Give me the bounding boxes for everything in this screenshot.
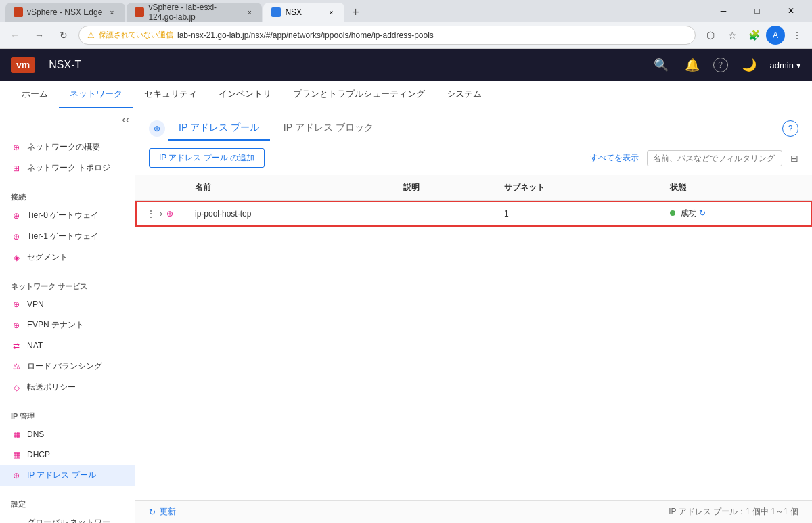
sidebar-item-nat[interactable]: ⇄ NAT — [0, 336, 135, 356]
sidebar-label-network-topology: ネットワーク トポロジ — [27, 162, 110, 174]
col-subnets[interactable]: サブネット — [493, 175, 659, 201]
nav-security[interactable]: セキュリティ — [133, 81, 208, 108]
show-all-link[interactable]: すべてを表示 — [590, 152, 639, 164]
sidebar-label-tier1: Tier-1 ゲートウェイ — [27, 231, 99, 242]
status-refresh-icon[interactable]: ↻ — [699, 208, 706, 218]
sidebar-item-load-balancing[interactable]: ⚖ ロード バランシング — [0, 356, 135, 377]
ip-pools-table: 名前 説明 サブネット 状態 ⋮ › — [135, 175, 812, 227]
tier0-icon: ⊕ — [11, 210, 22, 221]
tab-ip-address-blocks[interactable]: IP アドレス ブロック — [273, 116, 384, 141]
forward-icon: ◇ — [11, 382, 22, 393]
row-expand-icon[interactable]: › — [160, 209, 162, 219]
refresh-button[interactable]: ↻ 更新 — [149, 506, 176, 518]
back-button[interactable]: ← — [5, 26, 24, 45]
help-circle-icon[interactable]: ? — [713, 58, 728, 72]
sidebar-item-network-overview[interactable]: ⊕ ネットワークの概要 — [0, 137, 135, 158]
cell-status: 成功 ↻ — [659, 201, 812, 227]
filter-input[interactable] — [647, 150, 782, 166]
section-label-network-services: ネットワーク サービス — [0, 279, 135, 294]
main-panel: ⊕ IP アドレス プール IP アドレス ブロック ? IP アドレス プール… — [135, 108, 812, 523]
tab-close-1[interactable]: × — [106, 7, 117, 18]
sidebar-item-dns[interactable]: ▦ DNS — [0, 424, 135, 445]
app-title: NSX-T — [49, 59, 81, 71]
sidebar-item-tier0[interactable]: ⊕ Tier-0 ゲートウェイ — [0, 205, 135, 226]
sidebar-item-tier1[interactable]: ⊕ Tier-1 ゲートウェイ — [0, 226, 135, 247]
new-tab-button[interactable]: + — [346, 3, 365, 22]
bookmark-icon[interactable]: ☆ — [723, 26, 742, 45]
tab-label-ip-address-pools: IP アドレス プール — [179, 122, 259, 134]
cell-subnets: 1 — [493, 201, 659, 227]
collapse-sidebar-icon[interactable]: ‹‹ — [122, 114, 129, 126]
dhcp-icon: ▦ — [11, 449, 22, 460]
tab-ip-address-pools[interactable]: IP アドレス プール — [168, 116, 270, 141]
nav-system[interactable]: システム — [436, 81, 493, 108]
forward-button[interactable]: → — [30, 26, 49, 45]
sidebar-label-dhcp: DHCP — [27, 450, 50, 459]
row-action-cell: ⋮ › ⊕ — [135, 201, 184, 227]
nav-network[interactable]: ネットワーク — [59, 81, 133, 108]
sidebar-section-network-services: ネットワーク サービス ⊕ VPN ⊕ EVPN テナント ⇄ NAT ⚖ ロー… — [0, 273, 135, 403]
sidebar-item-forwarding-policy[interactable]: ◇ 転送ポリシー — [0, 377, 135, 398]
bell-icon[interactable]: 🔔 — [682, 55, 702, 75]
browser-tabs: vSphere - NSX Edge × vSphere - lab-esxi-… — [5, 0, 365, 22]
tier1-icon: ⊕ — [11, 231, 22, 242]
tab-vsphere-edge[interactable]: vSphere - NSX Edge × — [5, 3, 125, 22]
tab-favicon-2 — [135, 7, 144, 17]
col-name[interactable]: 名前 — [184, 175, 392, 201]
tab-close-3[interactable]: × — [325, 7, 336, 18]
toolbar: IP アドレス プール の追加 すべてを表示 ⊟ — [135, 141, 812, 175]
reload-button[interactable]: ↻ — [54, 26, 73, 45]
sidebar-item-segment[interactable]: ◈ セグメント — [0, 247, 135, 268]
refresh-label: 更新 — [160, 506, 176, 518]
footer-count: IP アドレス プール：1 個中 1～1 個 — [669, 506, 798, 518]
help-icon[interactable]: ? — [782, 120, 798, 137]
search-icon[interactable]: 🔍 — [651, 55, 671, 75]
sidebar-label-dns: DNS — [27, 430, 44, 439]
sidebar-item-vpn[interactable]: ⊕ VPN — [0, 294, 135, 315]
menu-icon[interactable]: ⋮ — [788, 26, 807, 45]
sidebar-toggle[interactable]: ‹‹ — [0, 108, 135, 131]
nat-icon: ⇄ — [11, 340, 22, 351]
maximize-button[interactable]: □ — [742, 0, 773, 22]
sidebar-label-network-overview: ネットワークの概要 — [27, 141, 100, 153]
sidebar-label-evpn: EVPN テナント — [27, 319, 84, 331]
tab-close-2[interactable]: × — [246, 7, 254, 18]
sidebar-item-ip-address-pools[interactable]: ⊕ IP アドレス プール — [0, 465, 135, 486]
browser-action-icons: ⬡ ☆ 🧩 A ⋮ — [701, 26, 807, 45]
screenshot-icon[interactable]: ⬡ — [701, 26, 720, 45]
nav-plans[interactable]: プランとトラブルシューティング — [282, 81, 436, 108]
row-kebab-icon[interactable]: ⋮ — [146, 208, 156, 219]
user-avatar[interactable]: A — [766, 26, 785, 45]
col-description[interactable]: 説明 — [392, 175, 493, 201]
dark-mode-icon[interactable]: 🌙 — [739, 55, 759, 75]
section-label-settings: 設定 — [0, 497, 135, 512]
nav-home[interactable]: ホーム — [11, 81, 59, 108]
filter-options-icon[interactable]: ⊟ — [790, 153, 798, 164]
extensions-icon[interactable]: 🧩 — [744, 26, 763, 45]
user-dropdown-icon: ▾ — [796, 60, 801, 70]
sidebar-item-evpn[interactable]: ⊕ EVPN テナント — [0, 315, 135, 336]
sidebar-label-forwarding-policy: 転送ポリシー — [27, 382, 76, 393]
close-button[interactable]: ✕ — [775, 0, 807, 22]
tab-vsphere-esxi[interactable]: vSphere - lab-esxi-124.go-lab.jp × — [127, 3, 262, 22]
content-area: ‹‹ ⊕ ネットワークの概要 ⊞ ネットワーク トポロジ 接続 ⊕ Tier-0… — [0, 108, 812, 523]
sidebar-item-dhcp[interactable]: ▦ DHCP — [0, 445, 135, 465]
sidebar: ‹‹ ⊕ ネットワークの概要 ⊞ ネットワーク トポロジ 接続 ⊕ Tier-0… — [0, 108, 135, 523]
nav-inventory[interactable]: インベントリ — [208, 81, 282, 108]
tab-nsx[interactable]: NSX × — [263, 3, 344, 22]
topology-icon: ⊞ — [11, 163, 22, 174]
sidebar-item-network-topology[interactable]: ⊞ ネットワーク トポロジ — [0, 158, 135, 179]
sidebar-item-global-network[interactable]: ⊕ グローバル ネットワーク... — [0, 512, 135, 523]
minimize-button[interactable]: ─ — [708, 0, 739, 22]
sidebar-label-segment: セグメント — [27, 252, 68, 263]
app: vm NSX-T 🔍 🔔 ? 🌙 admin ▾ ホーム ネットワーク セキュリ… — [0, 49, 812, 523]
table-row[interactable]: ⋮ › ⊕ ip-pool-host-tep 1 — [135, 201, 812, 227]
lb-icon: ⚖ — [11, 361, 22, 372]
dns-icon: ▦ — [11, 429, 22, 440]
user-menu[interactable]: admin ▾ — [770, 60, 801, 70]
col-status[interactable]: 状態 — [659, 175, 812, 201]
globe-icon: ⊕ — [11, 142, 22, 153]
refresh-icon: ↻ — [149, 507, 156, 517]
url-bar[interactable]: ⚠ 保護されていない通信 lab-nsx-21.go-lab.jp/nsx/#/… — [78, 26, 696, 45]
add-ip-pool-button[interactable]: IP アドレス プール の追加 — [149, 148, 265, 168]
